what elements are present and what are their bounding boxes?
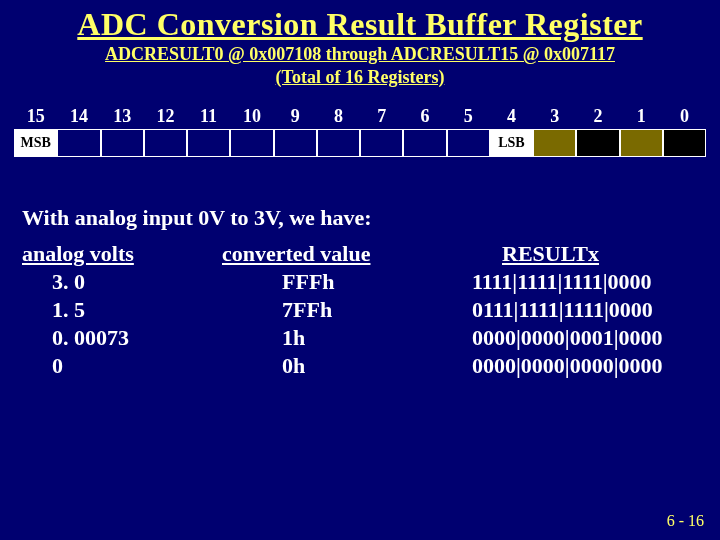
- cell-result: 1111|1111|1111|0000: [472, 269, 712, 295]
- bit-cell: [447, 129, 490, 157]
- slide: ADC Conversion Result Buffer Register AD…: [0, 0, 720, 540]
- table-row: 3. 0 FFFh 1111|1111|1111|0000: [22, 269, 720, 295]
- bit-cell: [533, 129, 576, 157]
- cell-volts: 1. 5: [22, 297, 222, 323]
- bit-cell: [317, 129, 360, 157]
- conversion-table: analog volts converted value RESULTx 3. …: [22, 241, 720, 379]
- body-text: With analog input 0V to 3V, we have:: [22, 205, 720, 231]
- bit-cell: [274, 129, 317, 157]
- bit-num: 5: [447, 106, 490, 127]
- bit-cell: [230, 129, 273, 157]
- bit-num: 2: [576, 106, 619, 127]
- col-header-result: RESULTx: [472, 241, 712, 267]
- cell-hex: FFFh: [222, 269, 472, 295]
- subtitle-line-1: ADCRESULT0 @ 0x007108 through ADCRESULT1…: [105, 44, 615, 64]
- cell-hex: 0h: [222, 353, 472, 379]
- bit-cell-row: MSB LSB: [14, 129, 706, 157]
- bit-cell: [663, 129, 706, 157]
- bit-number-row: 15 14 13 12 11 10 9 8 7 6 5 4 3 2 1 0: [14, 106, 706, 127]
- bit-num: 6: [403, 106, 446, 127]
- register-diagram: 15 14 13 12 11 10 9 8 7 6 5 4 3 2 1 0 MS…: [14, 106, 706, 157]
- cell-hex: 7FFh: [222, 297, 472, 323]
- table-header-row: analog volts converted value RESULTx: [22, 241, 720, 267]
- page-subtitle: ADCRESULT0 @ 0x007108 through ADCRESULT1…: [0, 43, 720, 88]
- bit-num: 1: [620, 106, 663, 127]
- bit-num: 8: [317, 106, 360, 127]
- cell-result: 0111|1111|1111|0000: [472, 297, 712, 323]
- subtitle-line-2: (Total of 16 Registers): [276, 67, 445, 87]
- bit-cell: [576, 129, 619, 157]
- bit-cell: [57, 129, 100, 157]
- bit-num: 7: [360, 106, 403, 127]
- page-number: 6 - 16: [667, 512, 704, 530]
- table-row: 0. 00073 1h 0000|0000|0001|0000: [22, 325, 720, 351]
- bit-num: 15: [14, 106, 57, 127]
- bit-num: 3: [533, 106, 576, 127]
- bit-num: 13: [101, 106, 144, 127]
- cell-volts: 0: [22, 353, 222, 379]
- bit-cell: [101, 129, 144, 157]
- bit-cell: [620, 129, 663, 157]
- cell-volts: 3. 0: [22, 269, 222, 295]
- bit-num: 4: [490, 106, 533, 127]
- col-header-volts: analog volts: [22, 241, 222, 267]
- col-header-hex: converted value: [222, 241, 472, 267]
- bit-num: 14: [57, 106, 100, 127]
- cell-result: 0000|0000|0001|0000: [472, 325, 712, 351]
- bit-cell: [403, 129, 446, 157]
- page-title: ADC Conversion Result Buffer Register: [0, 0, 720, 43]
- cell-result: 0000|0000|0000|0000: [472, 353, 712, 379]
- bit-cell: [187, 129, 230, 157]
- table-row: 1. 5 7FFh 0111|1111|1111|0000: [22, 297, 720, 323]
- bit-cell-msb: MSB: [14, 129, 57, 157]
- bit-cell: [144, 129, 187, 157]
- bit-num: 0: [663, 106, 706, 127]
- bit-num: 11: [187, 106, 230, 127]
- bit-num: 12: [144, 106, 187, 127]
- bit-cell: [360, 129, 403, 157]
- cell-volts: 0. 00073: [22, 325, 222, 351]
- cell-hex: 1h: [222, 325, 472, 351]
- table-row: 0 0h 0000|0000|0000|0000: [22, 353, 720, 379]
- bit-cell-lsb: LSB: [490, 129, 533, 157]
- bit-num: 9: [274, 106, 317, 127]
- bit-num: 10: [230, 106, 273, 127]
